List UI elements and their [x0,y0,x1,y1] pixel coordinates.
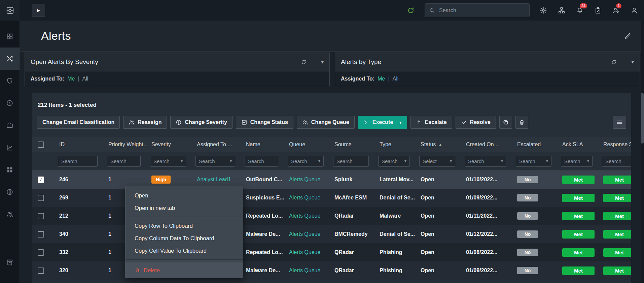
delete-button[interactable] [515,116,528,129]
copy-button[interactable] [499,116,512,129]
services-icon[interactable]: 1 [612,6,620,15]
context-menu-copy-cell[interactable]: Copy Cell Value To Clipboard [126,245,243,257]
context-menu-open-new-tab[interactable]: Open in new tab [126,202,243,214]
change-status-button[interactable]: Change Status [236,116,293,129]
escalate-button[interactable]: Escalate [410,116,452,129]
table-menu-button[interactable] [613,116,626,129]
row-checkbox[interactable] [38,268,44,274]
cell-response-sla: Met [598,230,631,239]
sidebar-item-automation[interactable] [0,92,20,114]
context-menu-open[interactable]: Open [126,189,243,202]
filter-response-sla[interactable]: Search▾ [602,156,631,167]
cell-queue[interactable]: Alerts Queue [284,195,329,201]
column-header-response-sla[interactable]: Response S... [598,142,631,148]
column-header-created-on[interactable]: Created On ... [461,142,512,148]
filter-ack-sla[interactable]: Search▾ [561,156,593,167]
change-queue-button[interactable]: Change Queue [297,116,355,129]
reassign-button[interactable]: Reassign [123,116,167,129]
filter-status[interactable]: Select▾ [419,156,455,167]
filter-name[interactable]: Search [245,156,278,167]
sidebar-item-dashboard[interactable] [0,25,20,48]
sidebar-item-apps[interactable] [0,159,20,181]
column-header-priority-weight[interactable]: Priority Weight ... [103,142,146,148]
assigned-me-link[interactable]: Me [378,76,385,82]
sitemap-icon[interactable] [557,6,566,15]
row-checkbox[interactable] [38,231,44,238]
sidebar-item-users[interactable] [0,203,20,225]
app-logo[interactable] [0,0,20,21]
chevron-down-icon[interactable]: ▾ [399,120,402,125]
chevron-down-icon[interactable]: ▾ [631,59,634,65]
cell-queue[interactable]: Alerts Queue [284,268,329,274]
column-header-id[interactable]: ID [54,142,103,148]
table-row[interactable]: 340 1 Malware De... Alerts Queue BMCReme… [32,225,631,243]
filter-queue[interactable]: Search▾ [288,156,324,167]
filter-created-on[interactable]: Search▾ [465,156,506,167]
cell-queue[interactable]: Alerts Queue [284,249,329,255]
notifications-bell-icon[interactable]: 24 [575,6,584,15]
column-header-name[interactable]: Name [241,142,284,148]
refresh-icon[interactable] [611,59,617,65]
sidebar-item-network[interactable] [0,181,20,203]
sidebar-expand-button[interactable]: ▶ [32,4,45,17]
change-severity-button[interactable]: Change Severity [170,116,232,129]
filter-assigned-to[interactable]: Search▾ [195,156,235,167]
search-input[interactable] [438,7,525,14]
assigned-all-link[interactable]: All [393,76,399,82]
context-menu-delete[interactable]: Delete [126,262,243,278]
select-all-checkbox[interactable] [38,142,44,148]
row-checkbox[interactable] [38,249,44,256]
filter-priority-weight[interactable]: Search [107,156,141,167]
user-profile-icon[interactable] [630,6,639,15]
filter-escalated[interactable]: Search▾ [516,156,551,167]
row-checkbox[interactable]: ✓ [38,177,44,183]
column-header-queue[interactable]: Queue [284,142,329,148]
column-header-assigned-to[interactable]: Assigned To ... [191,142,241,148]
context-menu-copy-column[interactable]: Copy Column Data To Clipboard [126,232,243,245]
filter-source[interactable]: Search [333,156,369,167]
vertical-scrollbar[interactable] [641,21,644,283]
settings-gear-icon[interactable] [539,6,548,15]
refresh-icon[interactable] [300,59,307,65]
table-row[interactable]: 269 1 Suspicious E... Alerts Queue McAfe… [32,189,631,207]
tasks-clipboard-icon[interactable] [594,6,602,15]
panel-title: Alerts by Type [341,58,381,66]
sidebar-item-case[interactable] [0,114,20,136]
column-label: Type [380,142,391,148]
column-header-source[interactable]: Source [329,142,374,148]
table-row[interactable]: 332 1 Repeated Lo... Alerts Queue QRadar… [32,243,631,261]
row-checkbox[interactable] [38,213,44,219]
table-row[interactable]: 212 1 Repeated Lo... Alerts Queue QRadar… [32,207,631,225]
chevron-down-icon: ▾ [546,159,548,163]
assigned-me-link[interactable]: Me [67,76,75,82]
cell-queue[interactable]: Alerts Queue [284,213,329,219]
column-header-status[interactable]: Status▲ [415,142,461,148]
context-menu-copy-row[interactable]: Copy Row To Clipboard [126,220,243,232]
column-header-type[interactable]: Type [374,142,415,148]
sync-status-icon[interactable] [406,6,415,15]
assigned-all-link[interactable]: All [82,76,88,82]
sidebar-item-workflow[interactable] [0,48,20,70]
cell-queue[interactable]: Alerts Queue [284,231,329,237]
column-header-escalated[interactable]: Escalated [512,142,557,148]
row-checkbox[interactable] [38,195,44,201]
filter-type[interactable]: Search▾ [378,156,410,167]
change-email-classification-button[interactable]: Change Email Classification [37,116,120,129]
sidebar-item-archive[interactable] [0,251,20,274]
table-row[interactable]: 320 1 Malware De... Alerts Queue QRadar … [32,261,631,280]
filter-id[interactable]: Search [58,156,98,167]
column-header-ack-sla[interactable]: Ack SLA [557,142,598,148]
sidebar-item-shield[interactable] [0,70,20,92]
resolve-button[interactable]: Resolve [456,116,496,129]
table-row[interactable]: ✓ 246 1 High Analyst Lead1 OutBound C...… [32,170,631,189]
column-header-severity[interactable]: Severity [146,142,191,148]
chevron-down-icon[interactable]: ▾ [321,59,324,65]
sidebar-item-analytics[interactable] [0,136,20,159]
edit-pencil-icon[interactable] [624,32,631,39]
cell-assigned-to[interactable]: Analyst Lead1 [191,177,241,183]
cell-queue[interactable]: Alerts Queue [284,177,329,183]
execute-button[interactable]: Execute ▾ [358,116,407,129]
global-search[interactable] [425,3,530,17]
filter-severity[interactable]: Search▾ [150,156,186,167]
scrollbar-thumb[interactable] [641,93,644,144]
